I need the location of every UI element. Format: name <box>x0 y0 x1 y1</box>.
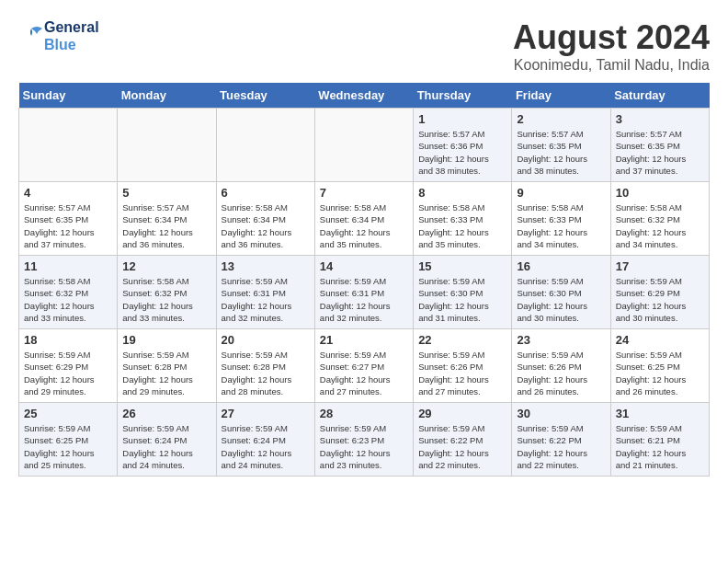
calendar-cell: 30Sunrise: 5:59 AM Sunset: 6:22 PM Dayli… <box>512 403 610 477</box>
day-number: 23 <box>517 333 605 347</box>
calendar-cell: 7Sunrise: 5:58 AM Sunset: 6:34 PM Daylig… <box>314 182 413 256</box>
day-number: 6 <box>222 186 310 200</box>
day-number: 7 <box>320 186 408 200</box>
col-header-sunday: Sunday <box>19 83 118 109</box>
calendar-week-4: 18Sunrise: 5:59 AM Sunset: 6:29 PM Dayli… <box>19 329 710 403</box>
day-number: 18 <box>24 333 112 347</box>
col-header-monday: Monday <box>118 83 216 109</box>
calendar-cell: 12Sunrise: 5:58 AM Sunset: 6:32 PM Dayli… <box>118 256 216 329</box>
logo-bird-icon <box>18 23 44 49</box>
calendar-cell: 17Sunrise: 5:59 AM Sunset: 6:29 PM Dayli… <box>610 256 709 329</box>
calendar-cell: 31Sunrise: 5:59 AM Sunset: 6:21 PM Dayli… <box>610 403 709 477</box>
day-number: 11 <box>24 259 112 273</box>
logo: General Blue <box>18 18 99 53</box>
calendar-header-row: SundayMondayTuesdayWednesdayThursdayFrid… <box>19 83 710 109</box>
day-number: 20 <box>222 333 310 347</box>
day-info: Sunrise: 5:59 AM Sunset: 6:27 PM Dayligh… <box>320 349 408 397</box>
calendar-cell: 10Sunrise: 5:58 AM Sunset: 6:32 PM Dayli… <box>610 182 709 256</box>
logo-blue: Blue <box>44 37 76 52</box>
day-info: Sunrise: 5:59 AM Sunset: 6:31 PM Dayligh… <box>222 275 310 324</box>
col-header-tuesday: Tuesday <box>216 83 314 109</box>
calendar-cell: 16Sunrise: 5:59 AM Sunset: 6:30 PM Dayli… <box>512 256 610 329</box>
day-number: 10 <box>616 186 704 200</box>
calendar-cell: 5Sunrise: 5:57 AM Sunset: 6:34 PM Daylig… <box>118 182 216 256</box>
day-number: 17 <box>616 259 704 273</box>
day-info: Sunrise: 5:57 AM Sunset: 6:36 PM Dayligh… <box>418 128 506 177</box>
calendar-cell: 28Sunrise: 5:59 AM Sunset: 6:23 PM Dayli… <box>314 403 413 477</box>
day-info: Sunrise: 5:59 AM Sunset: 6:24 PM Dayligh… <box>222 422 310 471</box>
calendar-cell: 27Sunrise: 5:59 AM Sunset: 6:24 PM Dayli… <box>216 403 314 477</box>
calendar-week-5: 25Sunrise: 5:59 AM Sunset: 6:25 PM Dayli… <box>19 403 710 477</box>
day-info: Sunrise: 5:59 AM Sunset: 6:25 PM Dayligh… <box>616 349 704 397</box>
col-header-thursday: Thursday <box>414 83 512 109</box>
calendar-cell: 23Sunrise: 5:59 AM Sunset: 6:26 PM Dayli… <box>512 329 610 403</box>
day-info: Sunrise: 5:57 AM Sunset: 6:35 PM Dayligh… <box>24 201 112 250</box>
day-info: Sunrise: 5:59 AM Sunset: 6:29 PM Dayligh… <box>24 349 112 397</box>
calendar-cell: 14Sunrise: 5:59 AM Sunset: 6:31 PM Dayli… <box>314 256 413 329</box>
day-number: 2 <box>517 112 605 126</box>
day-info: Sunrise: 5:59 AM Sunset: 6:30 PM Dayligh… <box>418 275 506 324</box>
day-info: Sunrise: 5:59 AM Sunset: 6:29 PM Dayligh… <box>616 275 704 324</box>
day-info: Sunrise: 5:57 AM Sunset: 6:35 PM Dayligh… <box>616 128 704 177</box>
calendar-cell: 8Sunrise: 5:58 AM Sunset: 6:33 PM Daylig… <box>414 182 512 256</box>
day-number: 21 <box>320 333 408 347</box>
day-info: Sunrise: 5:59 AM Sunset: 6:26 PM Dayligh… <box>418 349 506 397</box>
day-number: 25 <box>24 407 112 420</box>
day-info: Sunrise: 5:58 AM Sunset: 6:32 PM Dayligh… <box>122 275 210 324</box>
col-header-friday: Friday <box>512 83 610 109</box>
day-info: Sunrise: 5:58 AM Sunset: 6:32 PM Dayligh… <box>24 275 112 324</box>
day-number: 30 <box>517 407 605 420</box>
day-number: 8 <box>418 186 506 200</box>
calendar-cell: 13Sunrise: 5:59 AM Sunset: 6:31 PM Dayli… <box>216 256 314 329</box>
day-number: 14 <box>320 259 408 273</box>
calendar-week-2: 4Sunrise: 5:57 AM Sunset: 6:35 PM Daylig… <box>19 182 710 256</box>
day-info: Sunrise: 5:59 AM Sunset: 6:24 PM Dayligh… <box>122 422 210 471</box>
day-info: Sunrise: 5:59 AM Sunset: 6:22 PM Dayligh… <box>517 422 605 471</box>
calendar-cell: 4Sunrise: 5:57 AM Sunset: 6:35 PM Daylig… <box>19 182 118 256</box>
day-number: 29 <box>418 407 506 420</box>
day-info: Sunrise: 5:59 AM Sunset: 6:28 PM Dayligh… <box>122 349 210 397</box>
logo-general: General <box>44 19 99 35</box>
calendar-cell: 22Sunrise: 5:59 AM Sunset: 6:26 PM Dayli… <box>414 329 512 403</box>
day-number: 16 <box>517 259 605 273</box>
day-info: Sunrise: 5:59 AM Sunset: 6:21 PM Dayligh… <box>616 422 704 471</box>
day-number: 9 <box>517 186 605 200</box>
calendar-cell: 18Sunrise: 5:59 AM Sunset: 6:29 PM Dayli… <box>19 329 118 403</box>
calendar-cell: 20Sunrise: 5:59 AM Sunset: 6:28 PM Dayli… <box>216 329 314 403</box>
col-header-wednesday: Wednesday <box>314 83 413 109</box>
day-number: 12 <box>122 259 210 273</box>
day-info: Sunrise: 5:58 AM Sunset: 6:34 PM Dayligh… <box>320 201 408 250</box>
calendar-table: SundayMondayTuesdayWednesdayThursdayFrid… <box>18 83 710 477</box>
day-number: 22 <box>418 333 506 347</box>
calendar-cell: 25Sunrise: 5:59 AM Sunset: 6:25 PM Dayli… <box>19 403 118 477</box>
calendar-cell: 24Sunrise: 5:59 AM Sunset: 6:25 PM Dayli… <box>610 329 709 403</box>
day-info: Sunrise: 5:59 AM Sunset: 6:30 PM Dayligh… <box>517 275 605 324</box>
day-number: 3 <box>616 112 704 126</box>
calendar-cell: 15Sunrise: 5:59 AM Sunset: 6:30 PM Dayli… <box>414 256 512 329</box>
day-info: Sunrise: 5:58 AM Sunset: 6:32 PM Dayligh… <box>616 201 704 250</box>
calendar-cell <box>19 109 118 182</box>
calendar-cell: 26Sunrise: 5:59 AM Sunset: 6:24 PM Dayli… <box>118 403 216 477</box>
day-number: 19 <box>122 333 210 347</box>
header: General Blue August 2024 Koonimedu, Tami… <box>18 18 710 74</box>
day-info: Sunrise: 5:59 AM Sunset: 6:22 PM Dayligh… <box>418 422 506 471</box>
day-number: 5 <box>122 186 210 200</box>
calendar-cell <box>118 109 216 182</box>
day-info: Sunrise: 5:57 AM Sunset: 6:35 PM Dayligh… <box>517 128 605 177</box>
day-info: Sunrise: 5:58 AM Sunset: 6:33 PM Dayligh… <box>418 201 506 250</box>
day-number: 24 <box>616 333 704 347</box>
day-info: Sunrise: 5:59 AM Sunset: 6:28 PM Dayligh… <box>222 349 310 397</box>
day-info: Sunrise: 5:59 AM Sunset: 6:31 PM Dayligh… <box>320 275 408 324</box>
day-info: Sunrise: 5:57 AM Sunset: 6:34 PM Dayligh… <box>122 201 210 250</box>
day-number: 15 <box>418 259 506 273</box>
calendar-week-3: 11Sunrise: 5:58 AM Sunset: 6:32 PM Dayli… <box>19 256 710 329</box>
calendar-cell: 29Sunrise: 5:59 AM Sunset: 6:22 PM Dayli… <box>414 403 512 477</box>
calendar-cell: 3Sunrise: 5:57 AM Sunset: 6:35 PM Daylig… <box>610 109 709 182</box>
calendar-week-1: 1Sunrise: 5:57 AM Sunset: 6:36 PM Daylig… <box>19 109 710 182</box>
day-number: 1 <box>418 112 506 126</box>
day-info: Sunrise: 5:58 AM Sunset: 6:34 PM Dayligh… <box>222 201 310 250</box>
calendar-cell: 9Sunrise: 5:58 AM Sunset: 6:33 PM Daylig… <box>512 182 610 256</box>
page-subtitle: Koonimedu, Tamil Nadu, India <box>513 57 710 74</box>
calendar-cell: 19Sunrise: 5:59 AM Sunset: 6:28 PM Dayli… <box>118 329 216 403</box>
calendar-cell: 11Sunrise: 5:58 AM Sunset: 6:32 PM Dayli… <box>19 256 118 329</box>
